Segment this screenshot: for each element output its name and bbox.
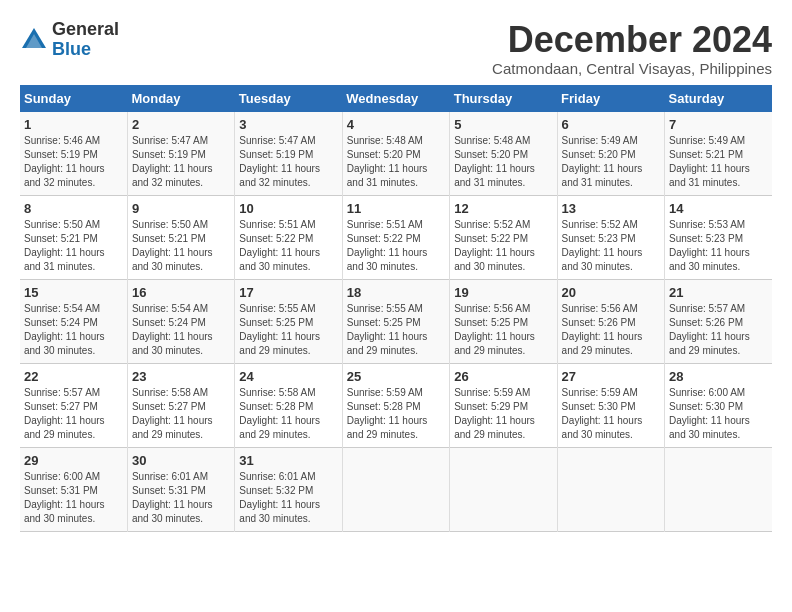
day-number: 30 bbox=[132, 453, 230, 468]
day-cell: 23Sunrise: 5:58 AMSunset: 5:27 PMDayligh… bbox=[127, 363, 234, 447]
day-info: Sunrise: 5:52 AMSunset: 5:23 PMDaylight:… bbox=[562, 218, 660, 274]
day-cell: 25Sunrise: 5:59 AMSunset: 5:28 PMDayligh… bbox=[342, 363, 449, 447]
day-cell: 14Sunrise: 5:53 AMSunset: 5:23 PMDayligh… bbox=[665, 195, 772, 279]
day-number: 29 bbox=[24, 453, 123, 468]
day-number: 26 bbox=[454, 369, 552, 384]
day-cell: 12Sunrise: 5:52 AMSunset: 5:22 PMDayligh… bbox=[450, 195, 557, 279]
day-number: 1 bbox=[24, 117, 123, 132]
day-info: Sunrise: 5:51 AMSunset: 5:22 PMDaylight:… bbox=[347, 218, 445, 274]
calendar-title: December 2024 bbox=[492, 20, 772, 60]
calendar-subtitle: Catmondaan, Central Visayas, Philippines bbox=[492, 60, 772, 77]
day-header-saturday: Saturday bbox=[665, 85, 772, 112]
day-cell: 1Sunrise: 5:46 AMSunset: 5:19 PMDaylight… bbox=[20, 112, 127, 196]
day-number: 15 bbox=[24, 285, 123, 300]
day-cell: 31Sunrise: 6:01 AMSunset: 5:32 PMDayligh… bbox=[235, 447, 342, 531]
day-number: 13 bbox=[562, 201, 660, 216]
day-number: 21 bbox=[669, 285, 768, 300]
day-info: Sunrise: 6:00 AMSunset: 5:30 PMDaylight:… bbox=[669, 386, 768, 442]
header-row: SundayMondayTuesdayWednesdayThursdayFrid… bbox=[20, 85, 772, 112]
day-number: 8 bbox=[24, 201, 123, 216]
day-cell: 16Sunrise: 5:54 AMSunset: 5:24 PMDayligh… bbox=[127, 279, 234, 363]
day-number: 28 bbox=[669, 369, 768, 384]
day-number: 7 bbox=[669, 117, 768, 132]
day-cell: 10Sunrise: 5:51 AMSunset: 5:22 PMDayligh… bbox=[235, 195, 342, 279]
day-cell bbox=[557, 447, 664, 531]
day-info: Sunrise: 5:59 AMSunset: 5:30 PMDaylight:… bbox=[562, 386, 660, 442]
day-cell: 29Sunrise: 6:00 AMSunset: 5:31 PMDayligh… bbox=[20, 447, 127, 531]
day-number: 20 bbox=[562, 285, 660, 300]
day-info: Sunrise: 6:00 AMSunset: 5:31 PMDaylight:… bbox=[24, 470, 123, 526]
day-cell: 6Sunrise: 5:49 AMSunset: 5:20 PMDaylight… bbox=[557, 112, 664, 196]
day-cell: 24Sunrise: 5:58 AMSunset: 5:28 PMDayligh… bbox=[235, 363, 342, 447]
day-number: 3 bbox=[239, 117, 337, 132]
day-info: Sunrise: 5:55 AMSunset: 5:25 PMDaylight:… bbox=[239, 302, 337, 358]
day-number: 16 bbox=[132, 285, 230, 300]
day-info: Sunrise: 5:48 AMSunset: 5:20 PMDaylight:… bbox=[454, 134, 552, 190]
day-info: Sunrise: 5:50 AMSunset: 5:21 PMDaylight:… bbox=[24, 218, 123, 274]
day-cell: 7Sunrise: 5:49 AMSunset: 5:21 PMDaylight… bbox=[665, 112, 772, 196]
day-header-sunday: Sunday bbox=[20, 85, 127, 112]
day-cell: 27Sunrise: 5:59 AMSunset: 5:30 PMDayligh… bbox=[557, 363, 664, 447]
day-header-tuesday: Tuesday bbox=[235, 85, 342, 112]
day-info: Sunrise: 5:52 AMSunset: 5:22 PMDaylight:… bbox=[454, 218, 552, 274]
day-info: Sunrise: 5:56 AMSunset: 5:25 PMDaylight:… bbox=[454, 302, 552, 358]
day-cell: 4Sunrise: 5:48 AMSunset: 5:20 PMDaylight… bbox=[342, 112, 449, 196]
day-cell bbox=[342, 447, 449, 531]
day-info: Sunrise: 5:57 AMSunset: 5:26 PMDaylight:… bbox=[669, 302, 768, 358]
day-number: 6 bbox=[562, 117, 660, 132]
day-cell: 11Sunrise: 5:51 AMSunset: 5:22 PMDayligh… bbox=[342, 195, 449, 279]
day-info: Sunrise: 5:54 AMSunset: 5:24 PMDaylight:… bbox=[24, 302, 123, 358]
day-cell: 19Sunrise: 5:56 AMSunset: 5:25 PMDayligh… bbox=[450, 279, 557, 363]
week-row-5: 29Sunrise: 6:00 AMSunset: 5:31 PMDayligh… bbox=[20, 447, 772, 531]
week-row-4: 22Sunrise: 5:57 AMSunset: 5:27 PMDayligh… bbox=[20, 363, 772, 447]
day-info: Sunrise: 5:53 AMSunset: 5:23 PMDaylight:… bbox=[669, 218, 768, 274]
day-cell bbox=[450, 447, 557, 531]
day-number: 27 bbox=[562, 369, 660, 384]
day-cell: 26Sunrise: 5:59 AMSunset: 5:29 PMDayligh… bbox=[450, 363, 557, 447]
day-info: Sunrise: 6:01 AMSunset: 5:31 PMDaylight:… bbox=[132, 470, 230, 526]
day-number: 23 bbox=[132, 369, 230, 384]
day-info: Sunrise: 5:51 AMSunset: 5:22 PMDaylight:… bbox=[239, 218, 337, 274]
logo-general: General bbox=[52, 19, 119, 39]
day-cell: 15Sunrise: 5:54 AMSunset: 5:24 PMDayligh… bbox=[20, 279, 127, 363]
day-info: Sunrise: 5:59 AMSunset: 5:29 PMDaylight:… bbox=[454, 386, 552, 442]
day-number: 5 bbox=[454, 117, 552, 132]
day-info: Sunrise: 5:46 AMSunset: 5:19 PMDaylight:… bbox=[24, 134, 123, 190]
week-row-2: 8Sunrise: 5:50 AMSunset: 5:21 PMDaylight… bbox=[20, 195, 772, 279]
day-info: Sunrise: 5:49 AMSunset: 5:21 PMDaylight:… bbox=[669, 134, 768, 190]
day-cell: 21Sunrise: 5:57 AMSunset: 5:26 PMDayligh… bbox=[665, 279, 772, 363]
day-cell: 3Sunrise: 5:47 AMSunset: 5:19 PMDaylight… bbox=[235, 112, 342, 196]
day-info: Sunrise: 5:54 AMSunset: 5:24 PMDaylight:… bbox=[132, 302, 230, 358]
day-info: Sunrise: 6:01 AMSunset: 5:32 PMDaylight:… bbox=[239, 470, 337, 526]
day-cell bbox=[665, 447, 772, 531]
day-cell: 8Sunrise: 5:50 AMSunset: 5:21 PMDaylight… bbox=[20, 195, 127, 279]
week-row-1: 1Sunrise: 5:46 AMSunset: 5:19 PMDaylight… bbox=[20, 112, 772, 196]
day-number: 14 bbox=[669, 201, 768, 216]
day-header-friday: Friday bbox=[557, 85, 664, 112]
day-number: 2 bbox=[132, 117, 230, 132]
day-number: 10 bbox=[239, 201, 337, 216]
week-row-3: 15Sunrise: 5:54 AMSunset: 5:24 PMDayligh… bbox=[20, 279, 772, 363]
day-info: Sunrise: 5:57 AMSunset: 5:27 PMDaylight:… bbox=[24, 386, 123, 442]
day-info: Sunrise: 5:58 AMSunset: 5:28 PMDaylight:… bbox=[239, 386, 337, 442]
day-cell: 22Sunrise: 5:57 AMSunset: 5:27 PMDayligh… bbox=[20, 363, 127, 447]
logo: General Blue bbox=[20, 20, 119, 60]
day-info: Sunrise: 5:56 AMSunset: 5:26 PMDaylight:… bbox=[562, 302, 660, 358]
day-number: 12 bbox=[454, 201, 552, 216]
day-number: 18 bbox=[347, 285, 445, 300]
header: General Blue December 2024 Catmondaan, C… bbox=[20, 20, 772, 77]
day-cell: 18Sunrise: 5:55 AMSunset: 5:25 PMDayligh… bbox=[342, 279, 449, 363]
day-cell: 13Sunrise: 5:52 AMSunset: 5:23 PMDayligh… bbox=[557, 195, 664, 279]
day-number: 19 bbox=[454, 285, 552, 300]
day-info: Sunrise: 5:59 AMSunset: 5:28 PMDaylight:… bbox=[347, 386, 445, 442]
logo-text: General Blue bbox=[52, 20, 119, 60]
day-cell: 5Sunrise: 5:48 AMSunset: 5:20 PMDaylight… bbox=[450, 112, 557, 196]
logo-icon bbox=[20, 26, 48, 54]
day-number: 25 bbox=[347, 369, 445, 384]
day-cell: 28Sunrise: 6:00 AMSunset: 5:30 PMDayligh… bbox=[665, 363, 772, 447]
day-info: Sunrise: 5:47 AMSunset: 5:19 PMDaylight:… bbox=[132, 134, 230, 190]
day-cell: 20Sunrise: 5:56 AMSunset: 5:26 PMDayligh… bbox=[557, 279, 664, 363]
day-number: 22 bbox=[24, 369, 123, 384]
day-info: Sunrise: 5:58 AMSunset: 5:27 PMDaylight:… bbox=[132, 386, 230, 442]
logo-blue: Blue bbox=[52, 39, 91, 59]
